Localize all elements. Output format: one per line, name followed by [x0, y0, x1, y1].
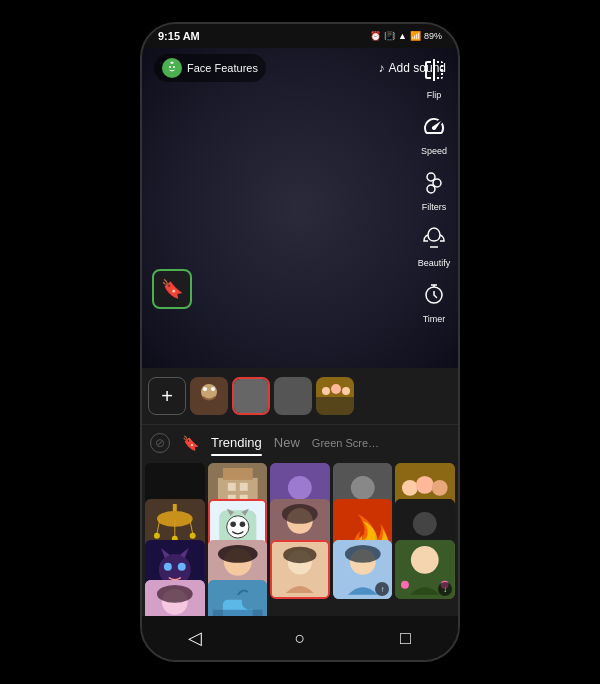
- speed-icon: [416, 108, 452, 144]
- filter-thumb-4[interactable]: [316, 377, 354, 415]
- effect-woman3[interactable]: [270, 540, 330, 600]
- svg-point-40: [432, 480, 448, 496]
- svg-rect-15: [274, 377, 312, 415]
- tab-bookmark-icon: 🔖: [182, 435, 199, 451]
- timer-label: Timer: [423, 314, 446, 324]
- effect-flower[interactable]: ↓: [395, 540, 455, 600]
- svg-rect-60: [282, 504, 318, 524]
- svg-point-53: [226, 516, 248, 538]
- face-features-button[interactable]: Face Features: [154, 54, 266, 82]
- no-entry-icon: ⊘: [155, 436, 165, 450]
- right-toolbar: Flip Speed Filters: [416, 52, 452, 324]
- svg-rect-29: [239, 483, 247, 491]
- beautify-tool[interactable]: Beautify: [416, 220, 452, 268]
- svg-point-47: [154, 533, 160, 539]
- timer-icon: [416, 276, 452, 312]
- svg-rect-14: [234, 379, 268, 413]
- filter-strip: +: [142, 368, 458, 424]
- plus-icon: +: [161, 385, 173, 408]
- svg-rect-76: [283, 546, 316, 563]
- svg-point-64: [413, 512, 437, 536]
- tab-trending[interactable]: Trending: [211, 431, 262, 454]
- speed-label: Speed: [421, 146, 447, 156]
- svg-point-18: [322, 387, 330, 395]
- timer-tool[interactable]: Timer: [416, 276, 452, 324]
- flip-tool[interactable]: Flip: [416, 52, 452, 100]
- svg-point-8: [427, 185, 435, 193]
- flip-icon: [416, 52, 452, 88]
- svg-point-34: [288, 476, 312, 500]
- svg-rect-28: [227, 483, 235, 491]
- beautify-label: Beautify: [418, 258, 451, 268]
- svg-point-2: [173, 66, 175, 68]
- svg-point-1: [169, 66, 171, 68]
- svg-point-67: [164, 562, 172, 570]
- svg-point-13: [211, 387, 215, 391]
- status-time: 9:15 AM: [158, 30, 200, 42]
- status-bar: 9:15 AM ⏰ 📳 ▲ 📶 89%: [142, 24, 458, 48]
- svg-point-19: [331, 384, 341, 394]
- effect-woman4[interactable]: ↓: [145, 580, 205, 616]
- svg-point-38: [402, 480, 418, 496]
- home-icon: ○: [295, 628, 306, 649]
- download-badge-flower: ↓: [438, 582, 452, 596]
- nav-bar: ◁ ○ □: [142, 616, 458, 660]
- filters-tool[interactable]: Filters: [416, 164, 452, 212]
- recents-icon: □: [400, 628, 411, 649]
- svg-rect-73: [218, 544, 258, 562]
- vibrate-icon: 📳: [384, 31, 395, 41]
- svg-point-82: [401, 580, 409, 588]
- svg-line-5: [172, 62, 174, 63]
- effects-grid: 1930 ↓ ↓ ↓: [142, 460, 458, 616]
- flip-label: Flip: [427, 90, 442, 100]
- wifi-icon: ▲: [398, 31, 407, 41]
- signal-icon: 📶: [410, 31, 421, 41]
- svg-point-36: [351, 476, 375, 500]
- filter-thumb-2[interactable]: [232, 377, 270, 415]
- status-icons: ⏰ 📳 ▲ 📶 89%: [370, 31, 442, 41]
- svg-rect-79: [345, 544, 381, 562]
- music-icon: ♪: [379, 61, 385, 75]
- tab-greenscreen[interactable]: Green Scre…: [312, 431, 379, 454]
- effect-bird[interactable]: 🐦 ↓: [208, 580, 268, 616]
- svg-point-89: [241, 594, 257, 610]
- filters-label: Filters: [422, 202, 447, 212]
- beautify-icon: [416, 220, 452, 256]
- nav-recents-button[interactable]: □: [389, 622, 421, 654]
- top-toolbar: Face Features ♪ Add sound: [142, 54, 458, 82]
- camera-area: [142, 48, 458, 368]
- filter-add-button[interactable]: +: [148, 377, 186, 415]
- svg-point-55: [239, 522, 245, 528]
- tab-new[interactable]: New: [274, 431, 300, 454]
- tab-trending-label: Trending: [211, 435, 262, 450]
- face-icon: [162, 58, 182, 78]
- alarm-icon: ⏰: [370, 31, 381, 41]
- nav-home-button[interactable]: ○: [284, 622, 316, 654]
- filters-icon: [416, 164, 452, 200]
- svg-point-54: [230, 522, 236, 528]
- speed-tool[interactable]: Speed: [416, 108, 452, 156]
- filter-thumb-1[interactable]: [190, 377, 228, 415]
- battery-text: 89%: [424, 31, 442, 41]
- nav-back-button[interactable]: ◁: [179, 622, 211, 654]
- svg-rect-17: [316, 397, 354, 415]
- back-icon: ◁: [188, 627, 202, 649]
- face-features-label: Face Features: [187, 62, 258, 74]
- svg-rect-27: [222, 468, 252, 480]
- tab-new-label: New: [274, 435, 300, 450]
- bookmark-icon: 🔖: [161, 278, 183, 300]
- tab-saved[interactable]: 🔖: [182, 431, 199, 455]
- face-svg-icon: [165, 61, 179, 75]
- svg-point-68: [178, 562, 186, 570]
- svg-point-20: [342, 387, 350, 395]
- svg-point-12: [203, 387, 207, 391]
- effect-man[interactable]: ↑: [333, 540, 393, 600]
- svg-rect-86: [157, 585, 193, 603]
- tab-no-entry[interactable]: ⊘: [150, 433, 170, 453]
- tab-greenscreen-label: Green Scre…: [312, 437, 379, 449]
- filter-thumb-3[interactable]: [274, 377, 312, 415]
- svg-point-39: [416, 476, 434, 494]
- svg-point-49: [190, 533, 196, 539]
- phone-container: 9:15 AM ⏰ 📳 ▲ 📶 89% F: [140, 22, 460, 662]
- bookmark-button[interactable]: 🔖: [152, 269, 192, 309]
